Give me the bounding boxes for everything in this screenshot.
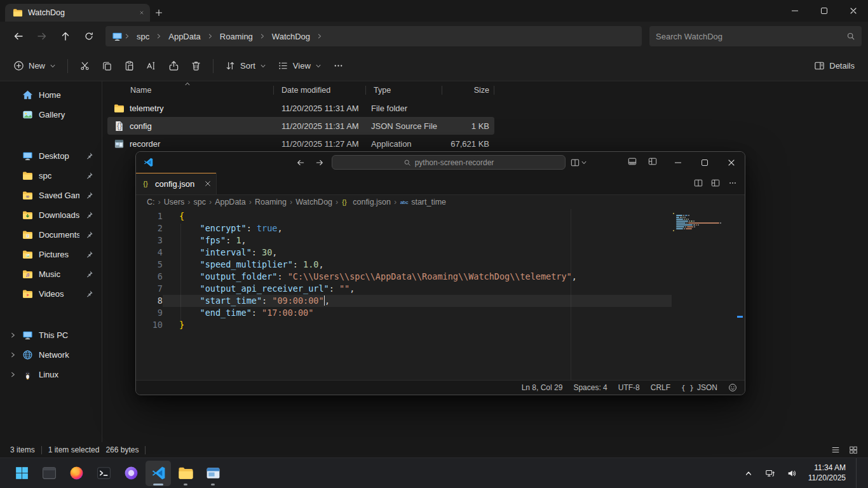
details-button[interactable]: Details xyxy=(808,55,860,78)
copy-button[interactable] xyxy=(96,55,118,78)
code-editor[interactable]: 1{2 "encrypt": true,3 "fps": 1,4 "interv… xyxy=(136,209,745,380)
breadcrumb-item-config-json[interactable]: {}config.json xyxy=(341,198,391,207)
sidebar-item-music[interactable]: Music xyxy=(2,264,100,284)
overview-ruler[interactable] xyxy=(736,209,745,380)
start-button[interactable] xyxy=(9,461,34,486)
breadcrumb-item-roaming[interactable]: Roaming xyxy=(215,30,258,43)
vscode-maximize-button[interactable] xyxy=(691,152,718,173)
share-button[interactable] xyxy=(163,55,185,78)
address-bar[interactable]: spcAppDataRoamingWatchDog xyxy=(105,26,642,46)
recorder-app-button[interactable] xyxy=(200,461,226,486)
vscode-close-button[interactable] xyxy=(718,152,745,173)
thumbnail-view-button[interactable] xyxy=(845,444,862,456)
chevron-right-icon[interactable] xyxy=(10,371,17,378)
file-explorer-button[interactable] xyxy=(173,461,198,486)
toggle-secondary-sidebar-button[interactable] xyxy=(711,179,720,189)
breadcrumb-item-spc[interactable]: spc xyxy=(132,30,154,43)
breadcrumb-item-appdata[interactable]: AppData xyxy=(215,198,246,207)
purple-app-button[interactable] xyxy=(118,461,144,486)
new-button[interactable]: New xyxy=(8,55,62,78)
file-row-recorder[interactable]: recorder11/20/2025 11:27 AMApplication67… xyxy=(107,135,494,152)
sidebar-item-this-pc[interactable]: This PC xyxy=(2,325,100,345)
vscode-forward-button[interactable] xyxy=(313,156,327,170)
vscode-minimize-button[interactable] xyxy=(665,152,691,173)
more-actions-button[interactable] xyxy=(728,179,737,189)
app-window-button[interactable] xyxy=(36,461,62,486)
breadcrumb-item-watchdog[interactable]: WatchDog xyxy=(295,198,332,207)
code-line-3[interactable]: 3 "fps": 1, xyxy=(136,234,672,247)
split-editor-button[interactable] xyxy=(694,179,703,189)
code-line-1[interactable]: 1{ xyxy=(136,210,672,222)
terminal-button[interactable] xyxy=(91,461,116,486)
breadcrumb-item-roaming[interactable]: Roaming xyxy=(255,198,287,207)
sidebar-item-network[interactable]: Network xyxy=(2,345,100,365)
close-tab-icon[interactable] xyxy=(139,10,145,16)
network-tray-button[interactable] xyxy=(761,462,779,485)
cursor-position[interactable]: Ln 8, Col 29 xyxy=(522,383,563,392)
sidebar-item-spc[interactable]: spc xyxy=(2,166,100,186)
explorer-titlebar[interactable]: WatchDog xyxy=(0,0,868,22)
code-line-5[interactable]: 5 "speed_multiplier": 1.0, xyxy=(136,259,672,271)
breadcrumb-item-appdata[interactable]: AppData xyxy=(163,30,206,43)
code-line-10[interactable]: 10} xyxy=(136,319,672,331)
code-line-2[interactable]: 2 "encrypt": true, xyxy=(136,222,672,234)
details-view-button[interactable] xyxy=(827,444,844,456)
delete-button[interactable] xyxy=(185,55,207,78)
code-line-7[interactable]: 7 "output_api_receiver_url": "", xyxy=(136,283,672,295)
tab-config-json[interactable]: {} config.json xyxy=(136,173,217,194)
new-tab-button[interactable] xyxy=(150,4,168,22)
volume-tray-button[interactable] xyxy=(783,462,801,485)
breadcrumb-item-c[interactable]: C: xyxy=(147,198,155,207)
rename-button[interactable] xyxy=(140,55,163,78)
customize-layout-button[interactable] xyxy=(648,157,657,168)
sidebar-item-videos[interactable]: Videos xyxy=(2,284,100,304)
minimize-button[interactable] xyxy=(780,0,810,22)
code-line-4[interactable]: 4 "interval": 30, xyxy=(136,247,672,259)
close-tab-icon[interactable] xyxy=(205,180,211,187)
paste-button[interactable] xyxy=(118,55,140,78)
vscode-button[interactable] xyxy=(146,461,171,486)
command-center-search[interactable]: python-screen-recorder xyxy=(332,155,566,170)
sort-button[interactable]: Sort xyxy=(219,55,272,78)
breadcrumb-item-spc[interactable]: spc xyxy=(194,198,206,207)
encoding-setting[interactable]: UTF-8 xyxy=(618,383,640,392)
cut-button[interactable] xyxy=(74,55,96,78)
code-line-9[interactable]: 9 "end_time": "17:00:00" xyxy=(136,307,672,319)
forward-button[interactable] xyxy=(30,26,53,47)
layout-control-button[interactable] xyxy=(571,158,587,167)
column-header-size[interactable]: Size xyxy=(442,83,494,98)
eol-setting[interactable]: CRLF xyxy=(651,383,670,392)
view-button[interactable]: View xyxy=(272,55,327,78)
column-header-type[interactable]: Type xyxy=(366,83,442,98)
up-button[interactable] xyxy=(53,26,77,47)
breadcrumb-item-watchdog[interactable]: WatchDog xyxy=(267,30,315,43)
file-row-telemetry[interactable]: telemetry11/20/2025 11:31 AMFile folder xyxy=(107,99,494,117)
sidebar-item-documents[interactable]: Documents xyxy=(2,225,100,245)
show-desktop-button[interactable] xyxy=(856,458,859,488)
sidebar-item-downloads[interactable]: Downloads xyxy=(2,205,100,225)
sidebar-item-gallery[interactable]: Gallery xyxy=(2,105,100,125)
breadcrumb-item-start-time[interactable]: abcstart_time xyxy=(400,198,446,207)
breadcrumb-item-users[interactable]: Users xyxy=(164,198,185,207)
sidebar-item-desktop[interactable]: Desktop xyxy=(2,146,100,166)
sidebar-item-home[interactable]: Home xyxy=(2,85,100,105)
chevron-right-icon[interactable] xyxy=(10,332,17,339)
code-line-8[interactable]: 8 "start_time": "09:00:00", xyxy=(136,295,672,307)
toggle-panel-button[interactable] xyxy=(628,157,637,168)
hidden-icons-button[interactable] xyxy=(740,462,757,485)
feedback-button[interactable] xyxy=(728,383,737,392)
column-header-date-modified[interactable]: Date modified xyxy=(274,83,366,98)
sidebar-item-pictures[interactable]: Pictures xyxy=(2,245,100,264)
maximize-button[interactable] xyxy=(810,0,839,22)
vscode-titlebar[interactable]: python-screen-recorder xyxy=(136,152,745,173)
file-row-config[interactable]: {}config11/20/2025 11:31 AMJSON Source F… xyxy=(107,117,494,135)
column-header-name[interactable]: Name xyxy=(107,83,274,98)
firefox-button[interactable] xyxy=(64,461,89,486)
refresh-button[interactable] xyxy=(77,26,100,47)
code-line-6[interactable]: 6 "output_folder": "C:\\Users\\spc\\AppD… xyxy=(136,271,672,283)
more-options-button[interactable] xyxy=(327,55,349,78)
taskbar-clock[interactable]: 11:34 AM 11/20/2025 xyxy=(804,463,850,483)
sidebar-item-saved-games[interactable]: Saved Games xyxy=(2,186,100,205)
language-mode[interactable]: { } JSON xyxy=(681,383,717,392)
close-button[interactable] xyxy=(839,0,868,22)
